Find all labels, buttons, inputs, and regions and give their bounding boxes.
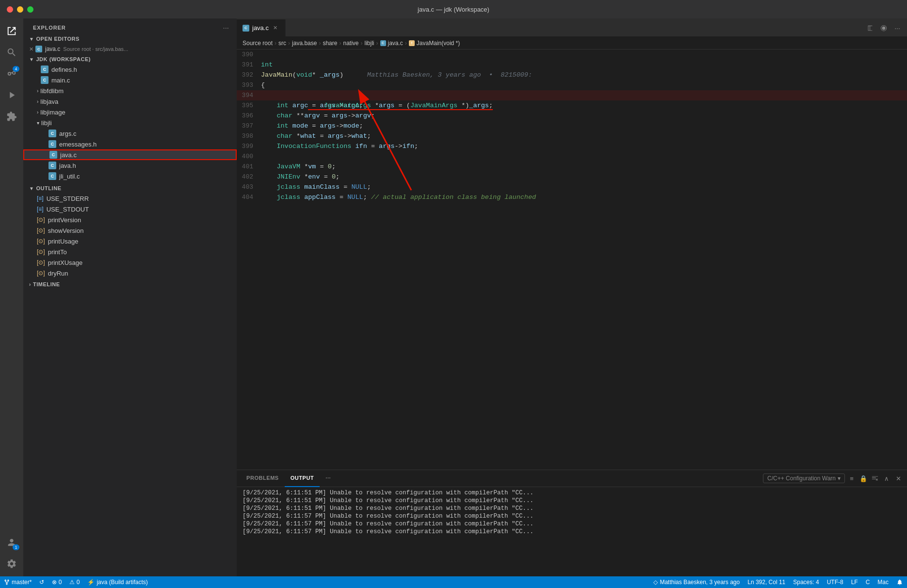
minimize-button[interactable] <box>17 6 23 13</box>
statusbar-language[interactable]: C <box>862 576 874 588</box>
outline-dryRun[interactable]: [⊙] dryRun <box>23 268 237 278</box>
panel-clear-icon[interactable] <box>870 474 880 483</box>
panel-lock-icon[interactable]: 🔒 <box>858 474 868 483</box>
statusbar-branch[interactable]: master* <box>0 576 35 588</box>
folder-name: libjava <box>40 98 58 105</box>
folder-libjimage[interactable]: › libjimage <box>23 107 237 117</box>
search-activity-icon[interactable] <box>3 44 20 61</box>
maximize-button[interactable] <box>27 6 33 13</box>
open-editors-section[interactable]: ▼ OPEN EDITORS <box>23 34 237 44</box>
open-changes-button[interactable] <box>878 22 890 34</box>
run-debug-activity-icon[interactable] <box>3 86 20 104</box>
line-content: JavaVM *vm = 0; <box>261 162 897 172</box>
file-emessages-h[interactable]: C emessages.h <box>23 139 237 149</box>
breadcrumb-javamain[interactable]: f JavaMain(void *) <box>409 40 460 47</box>
folder-name: libjli <box>41 119 52 127</box>
tab-java-c[interactable]: C java.c ✕ <box>237 19 286 36</box>
breadcrumb: Source root › src › java.base › share › … <box>237 37 907 49</box>
statusbar-warnings[interactable]: ⚠ 0 <box>65 576 83 588</box>
breadcrumb-share[interactable]: share <box>323 40 337 47</box>
open-editor-item[interactable]: ✕ C java.c Source root · src/java.bas... <box>23 44 237 54</box>
panel-close-icon[interactable]: ✕ <box>893 474 903 483</box>
breadcrumb-libjli[interactable]: libjli <box>364 40 374 47</box>
timeline-header[interactable]: › TIMELINE <box>23 279 237 289</box>
outline-section: ▼ OUTLINE [≡] USE_STDERR [≡] USE_STDOUT … <box>23 183 237 278</box>
folder-libjava[interactable]: › libjava <box>23 96 237 107</box>
panel-tab-output[interactable]: OUTPUT <box>285 470 320 487</box>
open-editor-path: Source root · src/java.bas... <box>63 46 128 52</box>
folder-libfdlibm[interactable]: › libfdlibm <box>23 85 237 96</box>
line-number: 397 <box>237 121 261 131</box>
outline-printVersion[interactable]: [⊙] printVersion <box>23 214 237 225</box>
statusbar-line-ending[interactable]: LF <box>847 576 862 588</box>
dropdown-label: C/C++ Configuration Warn <box>767 475 836 482</box>
code-editor[interactable]: 390 391 int 392 JavaMain(void* _args) Ma… <box>237 49 907 470</box>
statusbar-os[interactable]: Mac <box>874 576 892 588</box>
func-icon: [⊙] <box>37 227 45 234</box>
file-java-h[interactable]: C java.h <box>23 160 237 171</box>
close-button[interactable] <box>7 6 13 13</box>
statusbar-build[interactable]: ⚡ java (Build artifacts) <box>83 576 151 588</box>
account-activity-icon[interactable]: 1 <box>3 534 20 551</box>
workspace-section[interactable]: ▼ JDK (WORKSPACE) <box>23 54 237 64</box>
split-right-button[interactable] <box>864 22 876 34</box>
outline-item-name: printXUsage <box>48 259 83 266</box>
code-line-397: 397 int mode = args->mode; <box>237 121 907 131</box>
breadcrumb-native[interactable]: native <box>343 40 358 47</box>
panel-tab-more[interactable]: ··· <box>320 470 337 487</box>
activity-bar: 4 1 <box>0 18 23 576</box>
panel-controls: C/C++ Configuration Warn ▾ ≡ 🔒 ∧ ✕ <box>763 474 903 483</box>
tab-close-button[interactable]: ✕ <box>272 24 279 32</box>
breadcrumb-src[interactable]: src <box>278 40 286 47</box>
panel-scroll-up-icon[interactable]: ∧ <box>882 474 891 483</box>
panel-line: [9/25/2021, 6:11:51 PM] Unable to resolv… <box>237 489 907 497</box>
output-tab-label: OUTPUT <box>291 475 314 481</box>
close-editor-icon[interactable]: ✕ <box>29 46 33 52</box>
outline-USE_STDERR[interactable]: [≡] USE_STDERR <box>23 193 237 204</box>
more-actions-button[interactable]: ··· <box>891 22 903 34</box>
panel-list-icon[interactable]: ≡ <box>847 474 857 483</box>
file-main-c[interactable]: C main.c <box>23 75 237 85</box>
outline-printUsage[interactable]: [⊙] printUsage <box>23 236 237 246</box>
explorer-more-button[interactable]: ··· <box>221 23 231 32</box>
outline-showVersion[interactable]: [⊙] showVersion <box>23 225 237 236</box>
file-args-c[interactable]: C args.c <box>23 128 237 139</box>
outline-item-name: printUsage <box>48 238 79 245</box>
statusbar-encoding[interactable]: UTF-8 <box>823 576 847 588</box>
panel-tab-problems[interactable]: PROBLEMS <box>241 470 285 487</box>
line-content <box>261 49 897 60</box>
statusbar-author[interactable]: ◇ Matthias Baesken, 3 years ago <box>649 576 744 588</box>
line-number: 396 <box>237 111 261 121</box>
timeline-chevron: › <box>29 282 31 287</box>
code-line-402: 402 JNIEnv *env = 0; <box>237 172 907 182</box>
file-jli-util-c[interactable]: C jli_util.c <box>23 171 237 181</box>
explorer-activity-icon[interactable] <box>3 22 20 40</box>
folder-libjli[interactable]: ▾ libjli <box>23 117 237 128</box>
source-control-activity-icon[interactable]: 4 <box>3 65 20 82</box>
statusbar-errors[interactable]: ⊗ 0 <box>48 576 65 588</box>
settings-activity-icon[interactable] <box>3 555 20 572</box>
file-java-c[interactable]: C java.c <box>23 149 237 160</box>
statusbar-notifications[interactable] <box>892 576 907 588</box>
outline-chevron: ▼ <box>29 186 34 191</box>
c-file-icon: C <box>49 140 56 148</box>
outline-USE_STDOUT[interactable]: [≡] USE_STDOUT <box>23 204 237 214</box>
panel-config-dropdown[interactable]: C/C++ Configuration Warn ▾ <box>763 474 845 483</box>
c-file-icon: C <box>49 172 56 180</box>
breadcrumb-source-root[interactable]: Source root <box>243 40 273 47</box>
func-icon: [⊙] <box>37 238 45 245</box>
activity-bar-bottom: 1 <box>3 534 20 576</box>
breadcrumb-java-c[interactable]: C java.c <box>380 40 403 47</box>
statusbar-position[interactable]: Ln 392, Col 11 <box>744 576 789 588</box>
outline-printXUsage[interactable]: [⊙] printXUsage <box>23 257 237 268</box>
outline-printTo[interactable]: [⊙] printTo <box>23 246 237 257</box>
extensions-activity-icon[interactable] <box>3 108 20 125</box>
statusbar-spaces[interactable]: Spaces: 4 <box>789 576 823 588</box>
position-text: Ln 392, Col 11 <box>747 579 785 586</box>
outline-header[interactable]: ▼ OUTLINE <box>23 183 237 193</box>
file-defines-h[interactable]: C defines.h <box>23 64 237 75</box>
workspace-chevron: ▼ <box>29 57 34 62</box>
statusbar-sync[interactable]: ↺ <box>35 576 48 588</box>
breadcrumb-java-base[interactable]: java.base <box>292 40 317 47</box>
file-name: main.c <box>51 77 70 84</box>
